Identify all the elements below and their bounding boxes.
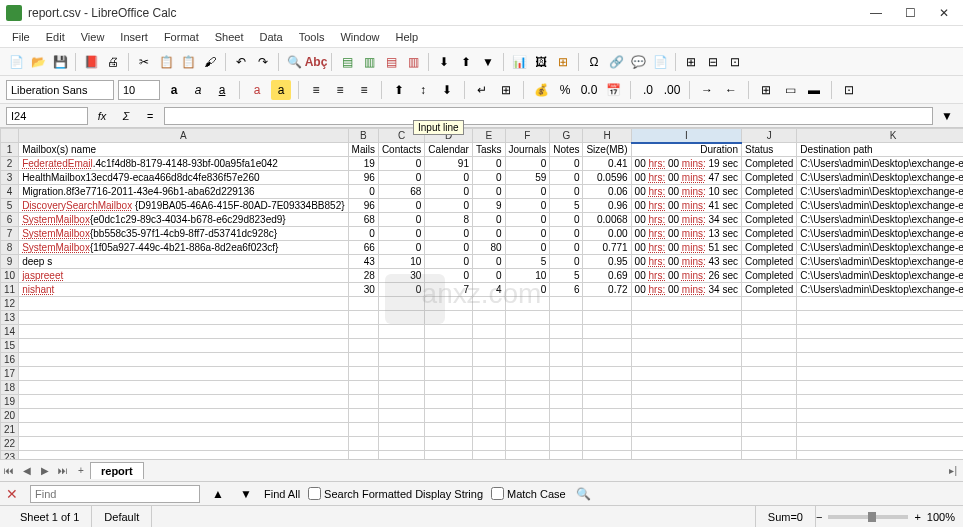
cell[interactable] <box>742 451 797 460</box>
cell[interactable] <box>378 395 424 409</box>
borders-icon[interactable]: ⊞ <box>756 80 776 100</box>
cell[interactable]: 00 hrs: 00 mins: 47 sec <box>631 171 741 185</box>
cell[interactable]: 0 <box>378 199 424 213</box>
find-input[interactable] <box>30 485 200 503</box>
cell[interactable] <box>425 437 473 451</box>
cell[interactable] <box>472 395 505 409</box>
valign-top-icon[interactable]: ⬆ <box>389 80 409 100</box>
cell[interactable]: Completed <box>742 241 797 255</box>
cell[interactable] <box>472 367 505 381</box>
cell[interactable]: 0 <box>378 171 424 185</box>
cell[interactable] <box>505 297 550 311</box>
font-color-icon[interactable]: a <box>247 80 267 100</box>
menu-insert[interactable]: Insert <box>114 29 154 45</box>
row-header[interactable]: 7 <box>1 227 19 241</box>
formula-input[interactable] <box>164 107 933 125</box>
cell[interactable]: 19 <box>348 157 378 171</box>
cell[interactable]: 00 hrs: 00 mins: 13 sec <box>631 227 741 241</box>
headers-footers-icon[interactable]: 📄 <box>650 52 670 72</box>
cell[interactable] <box>583 311 631 325</box>
cell[interactable]: HealthMailbox13ecd479-ecaa466d8dc4fe836f… <box>19 171 348 185</box>
cell[interactable]: C:\Users\admin\Desktop\exchange-export <box>797 213 963 227</box>
find-options-icon[interactable]: 🔍 <box>574 484 594 504</box>
cell[interactable] <box>797 395 963 409</box>
find-all-button[interactable]: Find All <box>264 488 300 500</box>
align-right-icon[interactable]: ≡ <box>354 80 374 100</box>
cell[interactable] <box>19 311 348 325</box>
cell[interactable]: 00 hrs: 00 mins: 19 sec <box>631 157 741 171</box>
row-header[interactable]: 5 <box>1 199 19 213</box>
cell[interactable] <box>550 409 583 423</box>
cell[interactable] <box>19 451 348 460</box>
zoom-in-icon[interactable]: + <box>914 511 920 523</box>
date-icon[interactable]: 📅 <box>603 80 623 100</box>
cell[interactable] <box>505 353 550 367</box>
cell[interactable]: 0 <box>505 157 550 171</box>
cell[interactable] <box>742 395 797 409</box>
cell[interactable] <box>797 423 963 437</box>
h-scroll-indicator[interactable]: ▸| <box>949 465 957 476</box>
cell[interactable]: 0.771 <box>583 241 631 255</box>
find-next-icon[interactable]: ▼ <box>236 484 256 504</box>
cell[interactable]: 00 hrs: 00 mins: 34 sec <box>631 283 741 297</box>
cell[interactable]: 0 <box>378 241 424 255</box>
sort-asc-icon[interactable]: ⬇ <box>434 52 454 72</box>
cell[interactable]: C:\Users\admin\Desktop\exchange-export <box>797 283 963 297</box>
cell[interactable]: 0 <box>505 283 550 297</box>
spellcheck-icon[interactable]: Abç <box>306 52 326 72</box>
cell[interactable]: Completed <box>742 157 797 171</box>
col-header-K[interactable]: K <box>797 129 963 143</box>
cell[interactable] <box>550 451 583 460</box>
menu-edit[interactable]: Edit <box>40 29 71 45</box>
cell[interactable]: 00 hrs: 00 mins: 43 sec <box>631 255 741 269</box>
delrow-icon[interactable]: ▤ <box>381 52 401 72</box>
cell[interactable]: Migration.8f3e7716-2011-43e4-96b1-aba62d… <box>19 185 348 199</box>
cell[interactable] <box>742 311 797 325</box>
cell[interactable] <box>425 353 473 367</box>
cell[interactable] <box>631 395 741 409</box>
cell[interactable] <box>550 423 583 437</box>
cell[interactable] <box>742 339 797 353</box>
cell[interactable] <box>348 395 378 409</box>
align-left-icon[interactable]: ≡ <box>306 80 326 100</box>
cell[interactable] <box>19 423 348 437</box>
function-wizard-icon[interactable]: fx <box>92 107 112 125</box>
clone-format-icon[interactable]: 🖌 <box>200 52 220 72</box>
cell[interactable] <box>797 367 963 381</box>
cell[interactable]: 0 <box>550 171 583 185</box>
cell[interactable]: 28 <box>348 269 378 283</box>
tab-next-icon[interactable]: ▶ <box>36 462 54 480</box>
cell[interactable] <box>583 325 631 339</box>
cell[interactable]: 68 <box>378 185 424 199</box>
cell[interactable] <box>631 353 741 367</box>
cell[interactable]: 0 <box>378 157 424 171</box>
spreadsheet-grid[interactable]: ABCDEFGHIJK 1Mailbox(s) nameMailsContact… <box>0 128 963 459</box>
row-header[interactable]: 4 <box>1 185 19 199</box>
cell[interactable] <box>505 395 550 409</box>
cell[interactable] <box>797 325 963 339</box>
cell[interactable] <box>425 297 473 311</box>
comment-icon[interactable]: 💬 <box>628 52 648 72</box>
cell[interactable] <box>550 325 583 339</box>
cell[interactable] <box>742 381 797 395</box>
search-formatted-checkbox[interactable]: Search Formatted Display String <box>308 487 483 500</box>
bold-icon[interactable]: a <box>164 80 184 100</box>
cell[interactable]: 0.72 <box>583 283 631 297</box>
cell[interactable]: 0 <box>472 269 505 283</box>
cell[interactable] <box>550 311 583 325</box>
cell[interactable]: Tasks <box>472 143 505 157</box>
redo-icon[interactable]: ↷ <box>253 52 273 72</box>
cell[interactable] <box>797 409 963 423</box>
cell[interactable]: 0 <box>425 185 473 199</box>
cell[interactable]: C:\Users\admin\Desktop\exchange-export <box>797 199 963 213</box>
inc-decimal-icon[interactable]: .00 <box>662 80 682 100</box>
cell[interactable] <box>797 353 963 367</box>
cell[interactable] <box>583 353 631 367</box>
cell[interactable]: 0 <box>472 255 505 269</box>
cell[interactable] <box>550 437 583 451</box>
cell[interactable] <box>19 325 348 339</box>
cell[interactable]: FederatedEmail.4c1f4d8b-8179-4148-93bf-0… <box>19 157 348 171</box>
tab-last-icon[interactable]: ⏭ <box>54 462 72 480</box>
cell[interactable]: Notes <box>550 143 583 157</box>
cell[interactable]: 6 <box>550 283 583 297</box>
